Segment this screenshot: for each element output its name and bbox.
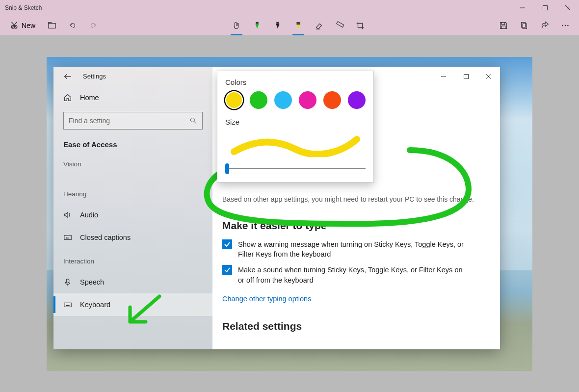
slider-track <box>225 168 366 169</box>
search-input[interactable]: Find a setting <box>63 112 203 130</box>
type-heading: Make it easier to type <box>212 204 486 239</box>
svg-rect-12 <box>276 22 279 24</box>
new-snip-button[interactable]: New <box>4 16 41 35</box>
close-icon <box>486 74 491 79</box>
app-titlebar: Snip & Sketch <box>0 0 579 16</box>
maximize-icon <box>543 5 548 10</box>
minimize-icon <box>441 74 446 79</box>
check-make-sound[interactable]: Make a sound when turning Sticky Keys, T… <box>212 265 486 291</box>
item-label: Audio <box>80 211 98 219</box>
svg-marker-9 <box>255 24 259 28</box>
sidebar-item-audio[interactable]: Audio <box>53 204 212 226</box>
settings-close-button[interactable] <box>477 67 500 86</box>
save-button[interactable] <box>494 16 513 35</box>
minimize-icon <box>520 5 525 10</box>
pen-icon <box>253 21 262 30</box>
color-swatch-magenta[interactable] <box>299 91 316 109</box>
eraser-button[interactable] <box>309 16 329 35</box>
undo-icon <box>68 21 77 30</box>
highlighter-popup: Colors Size <box>217 71 374 183</box>
settings-maximize-button[interactable] <box>455 67 477 86</box>
redo-button[interactable] <box>83 16 103 35</box>
pencil-button[interactable] <box>268 16 288 35</box>
home-icon <box>63 93 72 102</box>
svg-rect-14 <box>296 22 300 25</box>
svg-marker-13 <box>296 25 300 28</box>
item-label: Speech <box>80 278 104 286</box>
related-heading: Related settings <box>212 305 486 340</box>
svg-point-23 <box>190 118 194 122</box>
audio-icon <box>63 210 72 219</box>
crop-button[interactable] <box>350 16 370 35</box>
color-swatch-yellow[interactable] <box>225 91 243 109</box>
svg-rect-18 <box>523 24 526 28</box>
home-item[interactable]: Home <box>53 86 212 109</box>
check-label: Make a sound when turning Sticky Keys, T… <box>238 265 464 285</box>
group-hearing: Hearing <box>53 187 212 204</box>
canvas-area[interactable]: Settings Home Find a setting Ease of Acc… <box>0 35 579 392</box>
svg-rect-1 <box>543 6 548 10</box>
svg-point-21 <box>567 25 569 26</box>
app-toolbar: New <box>0 16 579 35</box>
hand-icon <box>232 21 241 30</box>
snip-icon <box>10 21 19 30</box>
color-swatch-green[interactable] <box>250 91 267 109</box>
app-title: Snip & Sketch <box>0 4 42 11</box>
sidebar-item-closed-captions[interactable]: cc Closed captions <box>53 226 212 249</box>
close-button[interactable] <box>556 0 579 16</box>
group-vision: Vision <box>53 157 212 174</box>
touch-writing-button[interactable] <box>227 16 246 35</box>
color-swatch-purple[interactable] <box>348 91 366 109</box>
keyboard-icon <box>63 300 72 309</box>
copy-icon <box>520 21 528 30</box>
undo-button[interactable] <box>63 16 82 35</box>
save-icon <box>499 21 508 30</box>
back-icon[interactable] <box>63 72 72 81</box>
svg-rect-17 <box>522 23 526 27</box>
ellipsis-icon <box>561 21 570 30</box>
crop-icon <box>356 21 365 30</box>
open-button[interactable] <box>42 16 62 35</box>
pencil-icon <box>273 21 282 30</box>
category-title: Ease of Access <box>53 138 212 157</box>
home-label: Home <box>80 94 99 102</box>
search-placeholder: Find a setting <box>69 117 185 125</box>
settings-minimize-button[interactable] <box>432 67 455 86</box>
settings-title: Settings <box>83 73 106 80</box>
copy-button[interactable] <box>514 16 534 35</box>
highlighter-button[interactable] <box>289 16 308 35</box>
item-label: Keyboard <box>80 301 110 309</box>
svg-rect-10 <box>256 22 258 24</box>
ballpoint-pen-button[interactable] <box>247 16 267 35</box>
svg-rect-8 <box>49 24 55 28</box>
sidebar-item-speech[interactable]: Speech <box>53 271 212 293</box>
svg-rect-35 <box>464 74 469 78</box>
sidebar-item-keyboard[interactable]: Keyboard <box>53 293 212 316</box>
ruler-button[interactable] <box>330 16 349 35</box>
ruler-icon <box>335 21 344 30</box>
eraser-icon <box>315 21 323 30</box>
group-interaction: Interaction <box>53 255 212 271</box>
svg-line-24 <box>194 121 196 123</box>
check-warning-message[interactable]: Show a warning message when turning on S… <box>212 239 486 265</box>
checkbox-icon <box>222 239 232 249</box>
maximize-button[interactable] <box>534 0 556 16</box>
color-swatch-orange[interactable] <box>323 91 341 109</box>
svg-point-20 <box>565 25 566 26</box>
item-label: Closed captions <box>80 234 131 241</box>
colors-label: Colors <box>225 78 366 91</box>
svg-text:cc: cc <box>66 235 69 239</box>
other-typing-link[interactable]: Change other typing options <box>212 291 311 305</box>
share-button[interactable] <box>535 16 554 35</box>
slider-thumb[interactable] <box>225 163 229 174</box>
highlighter-icon <box>294 21 303 30</box>
more-button[interactable] <box>555 16 575 35</box>
settings-sidebar: Settings Home Find a setting Ease of Acc… <box>53 67 212 349</box>
svg-marker-11 <box>276 24 279 28</box>
minimize-button[interactable] <box>511 0 534 16</box>
close-icon <box>565 5 570 10</box>
svg-rect-16 <box>337 22 344 27</box>
size-slider[interactable] <box>225 163 366 173</box>
maximize-icon <box>464 74 469 79</box>
color-swatch-blue[interactable] <box>274 91 292 109</box>
